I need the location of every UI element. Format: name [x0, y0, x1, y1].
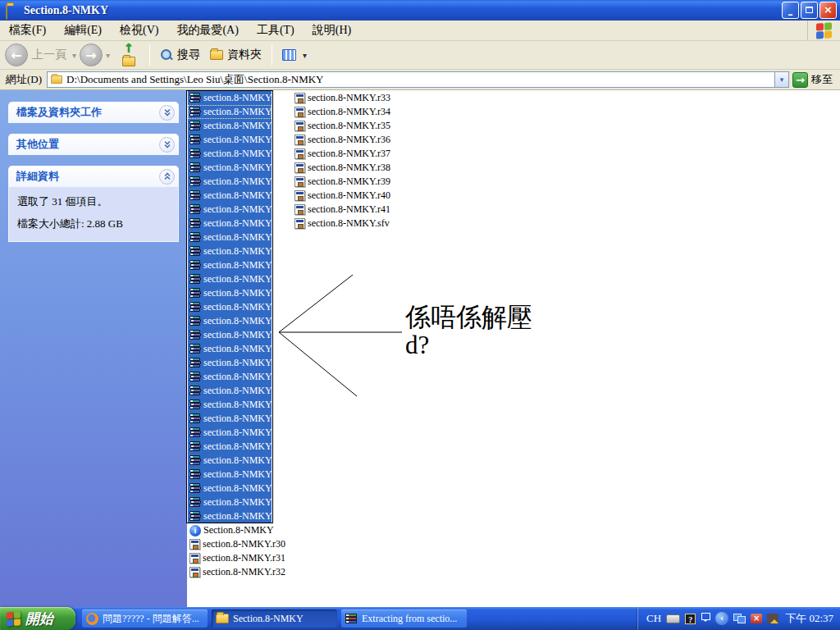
- file-row-selected[interactable]: section.8-NMKY: [188, 91, 272, 105]
- rar-volume-icon: [189, 358, 201, 368]
- menu-help[interactable]: 說明(H): [304, 21, 360, 39]
- file-name: section.8-NMKY: [203, 315, 272, 327]
- up-folder-button[interactable]: ↑: [116, 43, 141, 66]
- file-row[interactable]: section.8-NMKY.r30: [188, 537, 285, 551]
- minimize-button[interactable]: –: [782, 2, 799, 19]
- file-row[interactable]: i Section.8-NMKY: [188, 523, 274, 537]
- file-row[interactable]: section.8-NMKY.sfv: [293, 217, 390, 231]
- taskbar-item-winrar[interactable]: Extracting from sectio...: [341, 609, 467, 628]
- annotation-text: 係唔係解壓 d?: [405, 304, 532, 359]
- file-row[interactable]: section.8-NMKY.r32: [188, 565, 285, 579]
- taskbar: 開始 問題????? - 問題解答... Section.8-NMKY Extr…: [0, 607, 840, 630]
- file-row-selected[interactable]: section.8-NMKY: [188, 147, 272, 161]
- file-row-selected[interactable]: section.8-NMKY: [188, 356, 272, 370]
- file-row[interactable]: section.8-NMKY.r37: [293, 147, 390, 161]
- address-dropdown-button[interactable]: ▾: [774, 72, 788, 87]
- task-label: 問題????? - 問題解答...: [103, 612, 199, 626]
- file-name: section.8-NMKY: [203, 231, 272, 244]
- forward-dropdown-icon[interactable]: ▾: [106, 51, 110, 60]
- rar-volume-icon: [189, 232, 201, 243]
- network-icon[interactable]: [733, 614, 746, 623]
- file-row-selected[interactable]: section.8-NMKY: [188, 342, 272, 356]
- file-row-selected[interactable]: section.8-NMKY: [188, 231, 272, 244]
- file-row[interactable]: section.8-NMKY.r35: [293, 119, 390, 133]
- file-row[interactable]: section.8-NMKY.r31: [188, 551, 285, 565]
- chevron-down-icon[interactable]: [159, 137, 175, 153]
- back-dropdown-icon[interactable]: ▾: [72, 51, 76, 60]
- file-row-selected[interactable]: section.8-NMKY: [188, 217, 272, 231]
- file-row-selected[interactable]: section.8-NMKY: [188, 314, 272, 328]
- file-list-area[interactable]: section.8-NMKYsection.8-NMKYsection.8-NM…: [187, 90, 840, 607]
- file-row-selected[interactable]: section.8-NMKY: [188, 426, 272, 440]
- file-row-selected[interactable]: section.8-NMKY: [188, 328, 272, 342]
- file-row[interactable]: section.8-NMKY.r33: [293, 91, 390, 105]
- file-row-selected[interactable]: section.8-NMKY: [188, 119, 272, 133]
- file-name: section.8-NMKY: [203, 245, 272, 258]
- address-bar: 網址(D) D:\Documents and Settings\Leo Siu\…: [0, 70, 840, 90]
- address-label: 網址(D): [2, 72, 47, 87]
- folders-button[interactable]: 資料夾: [205, 45, 267, 65]
- address-input[interactable]: D:\Documents and Settings\Leo Siu\桌面\Sec…: [47, 71, 789, 88]
- start-label: 開始: [25, 609, 53, 628]
- hide-icons-chevron-icon[interactable]: ‹: [715, 612, 728, 625]
- file-row[interactable]: section.8-NMKY.r34: [293, 105, 390, 119]
- views-button[interactable]: ▾: [277, 47, 312, 63]
- toolbar: ← 上一頁 ▾ → ▾ ↑ 搜尋 資料夾 ▾: [0, 41, 840, 70]
- taskbar-item-firefox[interactable]: 問題????? - 問題解答...: [82, 609, 208, 628]
- disconnected-icon[interactable]: ×: [751, 614, 762, 623]
- panel-file-folder-tasks-header[interactable]: 檔案及資料夾工作: [8, 102, 179, 123]
- file-row-selected[interactable]: section.8-NMKY: [188, 468, 272, 482]
- winrar-icon: [345, 614, 358, 624]
- menu-tools[interactable]: 工具(T): [248, 21, 304, 39]
- file-row-selected[interactable]: section.8-NMKY: [188, 175, 272, 189]
- menu-file[interactable]: 檔案(F): [0, 21, 55, 39]
- file-row-selected[interactable]: section.8-NMKY: [188, 482, 272, 495]
- file-row-selected[interactable]: section.8-NMKY: [188, 286, 272, 300]
- menu-favorites[interactable]: 我的最愛(A): [167, 21, 247, 39]
- file-row-selected[interactable]: section.8-NMKY: [188, 244, 272, 258]
- close-button[interactable]: ×: [819, 2, 837, 19]
- warning-device-icon[interactable]: [767, 614, 778, 623]
- file-row-selected[interactable]: section.8-NMKY: [188, 398, 272, 412]
- chevron-down-icon[interactable]: [159, 105, 175, 121]
- panel-other-places-header[interactable]: 其他位置: [8, 134, 179, 155]
- menu-view[interactable]: 檢視(V): [111, 21, 167, 39]
- file-row-selected[interactable]: section.8-NMKY: [188, 203, 272, 217]
- file-row[interactable]: section.8-NMKY.r41: [293, 203, 390, 217]
- menu-edit[interactable]: 編輯(E): [55, 21, 111, 39]
- toolbar-options-icon[interactable]: [701, 613, 710, 624]
- file-row-selected[interactable]: section.8-NMKY: [188, 133, 272, 147]
- ime-help-icon[interactable]: ?: [685, 614, 696, 624]
- language-indicator[interactable]: CH: [646, 612, 661, 625]
- file-row-selected[interactable]: section.8-NMKY: [188, 495, 272, 509]
- keyboard-icon[interactable]: [666, 614, 680, 623]
- file-row-selected[interactable]: section.8-NMKY: [188, 454, 272, 468]
- go-button[interactable]: → 移至: [789, 72, 838, 88]
- file-row[interactable]: section.8-NMKY.r36: [293, 133, 390, 147]
- file-row-selected[interactable]: section.8-NMKY: [188, 509, 272, 523]
- chevron-up-icon[interactable]: [159, 169, 175, 185]
- file-row-selected[interactable]: section.8-NMKY: [188, 370, 272, 384]
- file-row[interactable]: section.8-NMKY.r38: [293, 161, 390, 175]
- file-row-selected[interactable]: section.8-NMKY: [188, 440, 272, 454]
- file-name: section.8-NMKY.r34: [308, 106, 390, 118]
- file-row-selected[interactable]: section.8-NMKY: [188, 189, 272, 203]
- forward-button[interactable]: →: [80, 43, 103, 66]
- restore-button[interactable]: [801, 2, 818, 19]
- start-button[interactable]: 開始: [0, 607, 75, 630]
- search-button[interactable]: 搜尋: [155, 45, 205, 65]
- file-row-selected[interactable]: section.8-NMKY: [188, 412, 272, 426]
- file-name: section.8-NMKY: [203, 92, 272, 104]
- panel-details-header[interactable]: 詳細資料: [8, 166, 179, 187]
- file-row-selected[interactable]: section.8-NMKY: [188, 384, 272, 398]
- file-row[interactable]: section.8-NMKY.r39: [293, 175, 390, 189]
- file-name: section.8-NMKY: [203, 259, 272, 272]
- file-row-selected[interactable]: section.8-NMKY: [188, 300, 272, 314]
- file-row-selected[interactable]: section.8-NMKY: [188, 258, 272, 272]
- file-row-selected[interactable]: section.8-NMKY: [188, 272, 272, 286]
- back-button[interactable]: ←: [5, 43, 28, 66]
- file-row-selected[interactable]: section.8-NMKY: [188, 161, 272, 175]
- file-row[interactable]: section.8-NMKY.r40: [293, 189, 390, 203]
- file-row-selected[interactable]: section.8-NMKY: [188, 105, 272, 119]
- taskbar-item-explorer[interactable]: Section.8-NMKY: [212, 609, 337, 628]
